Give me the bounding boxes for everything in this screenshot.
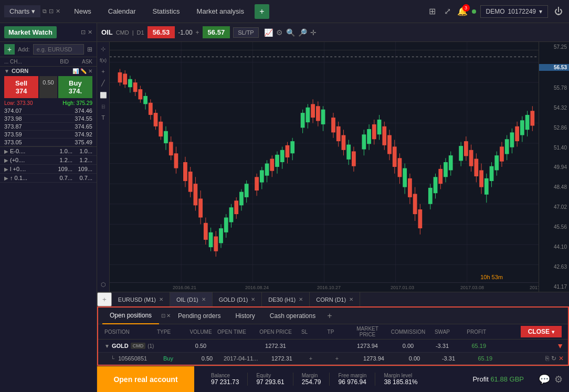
tab-calendar[interactable]: Calendar (100, 0, 144, 23)
tab-corn-close[interactable]: ✕ (349, 296, 353, 302)
zoom-out-icon[interactable]: 🔍 (286, 28, 295, 37)
price-row: 373.59 374.92 (4, 131, 92, 139)
zoom-in-icon[interactable]: 🔎 (298, 28, 307, 37)
svg-rect-64 (239, 192, 244, 206)
tab-corn[interactable]: CORN (D1) ✕ (310, 292, 360, 307)
svg-rect-102 (352, 151, 356, 166)
bid-1: 374.07 (4, 108, 22, 114)
ask-1: 374.46 (75, 108, 92, 114)
chart-period[interactable]: D1 (137, 29, 144, 36)
tab-de30-close[interactable]: ✕ (299, 296, 303, 302)
panel-icon-2[interactable]: ✕ (166, 313, 171, 319)
rect-tool[interactable]: ⬜ (100, 90, 107, 100)
power-button[interactable]: ⏻ (552, 6, 565, 17)
add-tab-button[interactable]: + (255, 4, 269, 19)
text-tool[interactable]: T (101, 113, 105, 122)
price-52.86: 52.86 (539, 125, 569, 131)
ask-5: 375.49 (75, 139, 92, 145)
row-order-sl[interactable]: + (300, 355, 321, 362)
copy-icon[interactable]: ⎘ (545, 355, 549, 362)
fullscreen-icon[interactable]: ⤢ (442, 5, 453, 17)
open-account-button[interactable]: Open real account (97, 366, 194, 393)
fib-tool[interactable]: ⌸ (102, 102, 104, 111)
corn-buy-button[interactable]: Buy 374. (58, 76, 92, 98)
tab-eurusd-close[interactable]: ✕ (159, 296, 163, 302)
col-header-type: TYPE (155, 329, 186, 335)
tab-oil-close[interactable]: ✕ (202, 296, 206, 302)
grid-icon[interactable]: ⊞ (87, 46, 92, 53)
tab-gold[interactable]: GOLD (D1) ✕ (213, 292, 262, 307)
nav-tabs: News Calendar Statistics Market analysis (66, 0, 252, 23)
share-tool[interactable]: ⬡ (101, 280, 106, 290)
tab-gold-label: GOLD (D1) (219, 296, 248, 303)
tab-eurusd[interactable]: EURUSD (M1) ✕ (112, 292, 170, 307)
layout-icon[interactable]: ⊞ (427, 5, 438, 17)
tab-market-analysis[interactable]: Market analysis (188, 0, 252, 23)
row-arrow-icon: ▶ (4, 149, 8, 154)
row-gold-sym: GOLD (112, 343, 129, 349)
row-order-tp[interactable]: + (321, 355, 353, 362)
tab-oil[interactable]: OIL (D1) ✕ (170, 292, 213, 307)
tab-pending-orders[interactable]: Pending orders (171, 308, 228, 324)
cursor-tool[interactable]: ⊹ (101, 44, 106, 54)
svg-rect-128 (428, 188, 433, 204)
panel-icon-1[interactable]: ⊡ (161, 313, 165, 319)
crosshair-icon[interactable]: ✛ (310, 28, 317, 37)
chat-icon[interactable]: 💬 (539, 374, 550, 385)
account-selector[interactable]: DEMO 10172249 ▾ (480, 5, 548, 18)
window-close[interactable]: ✕ (56, 8, 60, 15)
chart-buy-button[interactable]: 56.57 (203, 26, 230, 38)
chart-left-tools: ⊹ f(x) + ╱ ⬜ ⌸ T ⬡ (97, 42, 110, 292)
close-all-button[interactable]: CLOSE ▾ (521, 326, 562, 337)
tab-open-positions[interactable]: Open positions (102, 308, 159, 324)
chart-tab-add[interactable]: + (97, 292, 112, 306)
notifications-button[interactable]: 🔔 3 (457, 6, 468, 16)
delete-icon[interactable]: ✕ (559, 355, 564, 362)
list-item[interactable]: ▶ ↑ 0.1... 0.7... 0.7... (0, 174, 97, 183)
search-input[interactable] (33, 44, 84, 55)
sltp-button[interactable]: SL/TP (233, 27, 259, 38)
row-order-commission: 0.00 (395, 355, 434, 362)
list-item[interactable]: ▶ l +0.... 109... 109... (0, 165, 97, 174)
svg-rect-22 (128, 79, 132, 87)
refresh-icon[interactable]: ↻ (551, 355, 556, 362)
list-item[interactable]: ▶ E-0.... 1.0... 1.0... (0, 147, 97, 156)
tab-news[interactable]: News (66, 0, 100, 23)
ask-3: 374.65 (75, 123, 92, 130)
sell-price: 374 (12, 87, 31, 95)
tab-de30[interactable]: DE30 (H1) ✕ (262, 292, 310, 307)
col-header-tp: TP (315, 329, 346, 335)
margin-value: 254.79 (302, 378, 321, 386)
indicator-icon[interactable]: ⚙ (276, 28, 283, 37)
line-chart-icon[interactable]: 📈 (264, 28, 273, 37)
sidebar-close-icon[interactable]: ✕ (88, 29, 92, 36)
corn-icon-3[interactable]: ✕ (88, 68, 92, 74)
add-panel-tab[interactable]: + (323, 311, 336, 321)
window-icon-1[interactable]: ⧉ (43, 8, 47, 15)
sidebar-icon-1[interactable]: ⊡ (81, 29, 86, 36)
sidebar-add-button[interactable]: + (4, 44, 15, 55)
corn-icon-1[interactable]: 📊 (72, 68, 79, 74)
tab-history[interactable]: History (228, 308, 262, 324)
corn-icon-2[interactable]: ✏️ (80, 68, 87, 74)
tab-cash-operations[interactable]: Cash operations (262, 308, 323, 324)
price-row: 373.87 374.65 (4, 123, 92, 131)
charts-button[interactable]: Charts ▾ (4, 5, 40, 17)
line-tool[interactable]: ╱ (101, 78, 105, 88)
svg-rect-40 (174, 153, 178, 168)
plus-tool[interactable]: + (101, 67, 104, 76)
sidebar-title: Market Watch (4, 26, 57, 38)
corn-sell-button[interactable]: Sell 374 (4, 76, 38, 98)
svg-rect-150 (490, 166, 494, 181)
chart-toolbar: OIL CMD | D1 56.53 -1.00 + 56.57 SL/TP 📈… (97, 23, 569, 42)
window-icon-2[interactable]: ⊡ (49, 8, 54, 15)
tab-gold-close[interactable]: ✕ (251, 296, 255, 302)
settings-icon[interactable]: ⚙ (554, 374, 563, 385)
chart-sell-button[interactable]: 56.53 (147, 26, 175, 38)
list-item[interactable]: ▶ (+0.... 1.2... 1.2... (0, 156, 97, 165)
row-expand-icon[interactable]: ▼ (104, 343, 110, 349)
corn-header[interactable]: ▼ CORN 📊 ✏️ ✕ (0, 67, 97, 75)
svg-rect-44 (188, 172, 193, 192)
corn-high: High: 375.29 (62, 100, 92, 106)
tab-statistics[interactable]: Statistics (144, 0, 188, 23)
